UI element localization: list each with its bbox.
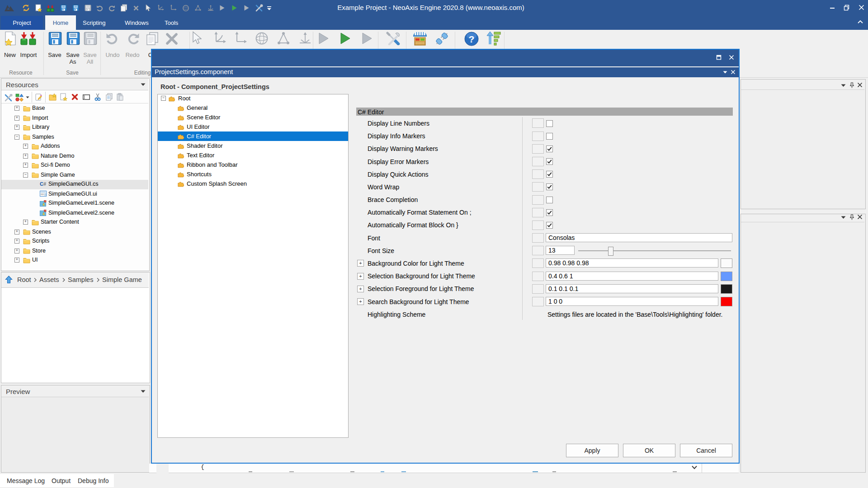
svg-text:?: ?: [469, 34, 475, 44]
